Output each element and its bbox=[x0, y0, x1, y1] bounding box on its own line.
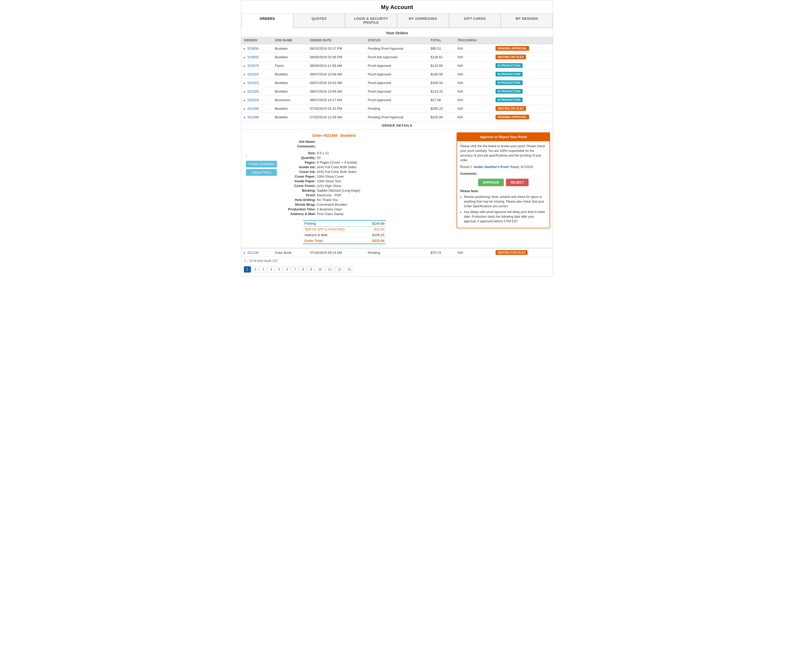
order-status: Pending bbox=[365, 104, 428, 113]
order-tracking: N/A bbox=[455, 113, 493, 122]
job-name: Flyers bbox=[272, 61, 307, 70]
order-date: 08/07/2019 10:58 AM bbox=[307, 70, 365, 78]
approve-button[interactable]: APPROVE bbox=[478, 179, 504, 186]
please-note-label: Please Note: bbox=[460, 189, 546, 194]
address-mail-row: Address & Mail:First Class Stamp bbox=[282, 212, 386, 216]
page-button[interactable]: 13 bbox=[345, 266, 353, 272]
order-id[interactable]: ▸ 523320 bbox=[241, 87, 272, 96]
table-row: ▸ 523320 Booklets 08/07/2019 10:46 AM Pr… bbox=[241, 87, 553, 96]
order-total: $220.94 bbox=[428, 113, 455, 122]
order-tracking: N/A bbox=[455, 53, 493, 61]
order-link[interactable]: 521449 bbox=[248, 107, 259, 110]
status-badge: WAITING ON FILES bbox=[495, 54, 526, 59]
order-status: Pending bbox=[365, 248, 428, 257]
discount-label: *$30.00 OFF (LAUNCH30): bbox=[303, 227, 365, 232]
page-button[interactable]: 9 bbox=[308, 266, 315, 272]
page-button[interactable]: 10 bbox=[316, 266, 324, 272]
order-id[interactable]: ▸ 523323 bbox=[241, 78, 272, 87]
pagination: 12345678910111213 bbox=[241, 265, 553, 276]
tabs-nav: ORDERS QUOTES LOGIN & SECURITY PROFILE M… bbox=[241, 13, 553, 28]
order-tracking: N/A bbox=[455, 70, 493, 78]
tab-my-addresses[interactable]: MY ADDRESSES bbox=[397, 13, 449, 27]
upload-files-button[interactable]: Upload File(s) bbox=[246, 169, 277, 176]
order-details-body: | Product Questions Upload File(s) Order… bbox=[241, 130, 553, 248]
proof-link[interactable]: Amber Gauthier's Proof bbox=[473, 165, 508, 169]
page-button[interactable]: 7 bbox=[292, 266, 299, 272]
table-row: ▸ 523656 Booklets 08/10/2019 03:37 PM Pe… bbox=[241, 44, 553, 53]
pagination-info: 1 – 10 of total result 122 bbox=[241, 257, 553, 265]
order-total: $70.74 bbox=[428, 248, 455, 257]
order-specs: Order #521448 - Booklets Job Name: Comme… bbox=[282, 133, 386, 244]
printing-label: Printing: bbox=[303, 221, 365, 227]
order-id[interactable]: ▸ 523324 bbox=[241, 70, 272, 78]
page-button[interactable]: 1 bbox=[244, 266, 251, 272]
job-name: Booklets bbox=[272, 113, 307, 122]
tab-login-security[interactable]: LOGIN & SECURITY PROFILE bbox=[345, 13, 397, 27]
page-button[interactable]: 4 bbox=[268, 266, 275, 272]
order-id[interactable]: ▸ 523579 bbox=[241, 61, 272, 70]
status-badge: IN PRODUCTION bbox=[495, 89, 522, 94]
page-button[interactable]: 12 bbox=[335, 266, 344, 272]
expand-arrow: ▸ bbox=[244, 64, 245, 67]
order-id[interactable]: ▸ 521449 bbox=[241, 104, 272, 113]
order-link[interactable]: 523656 bbox=[248, 46, 259, 50]
order-details-title: ORDER DETAILS bbox=[241, 122, 553, 130]
order-badge: WAITING ON FILES bbox=[493, 53, 553, 61]
order-badge: PENDING APPROVAL bbox=[493, 44, 553, 53]
inside-ink-row: Inside Ink:(4/4) Full Color Both Sides bbox=[282, 165, 386, 169]
cover-ink-row: Cover Ink:(4/4) Full Color Both Sides bbox=[282, 170, 386, 174]
order-status: Proof Approved bbox=[365, 61, 428, 70]
orders-table: ORDER# JOB NAME ORDER DATE STATUS TOTAL … bbox=[241, 37, 553, 257]
cover-paper-row: Cover Paper:100# Gloss Cover bbox=[282, 174, 386, 178]
job-name: Booklets bbox=[272, 104, 307, 113]
tab-gift-cards[interactable]: GIFT CARDS bbox=[449, 13, 501, 27]
order-badge: WAITING FOR FILES bbox=[493, 248, 553, 257]
job-name: Booklets bbox=[272, 44, 307, 53]
order-details-left: | Product Questions Upload File(s) Order… bbox=[241, 130, 454, 248]
order-link[interactable]: 523579 bbox=[248, 64, 259, 67]
order-link[interactable]: 521190 bbox=[248, 251, 259, 254]
order-id[interactable]: ▸ 523656 bbox=[241, 44, 272, 53]
order-link[interactable]: 523324 bbox=[248, 72, 259, 76]
approve-reject-buttons: APPROVE REJECT bbox=[460, 179, 546, 186]
inside-paper-row: Inside Paper:100# Gloss Text bbox=[282, 179, 386, 183]
order-status: Pending Proof Approval bbox=[365, 113, 428, 122]
order-status: Proof Not Approved bbox=[365, 53, 428, 61]
proof-row: Proof:Electronic - PDF bbox=[282, 193, 386, 197]
left-panel: | Product Questions Upload File(s) Order… bbox=[244, 133, 449, 244]
expand-arrow: ▸ bbox=[244, 107, 245, 110]
order-link[interactable]: 523593 bbox=[248, 55, 259, 59]
order-link[interactable]: 523323 bbox=[248, 81, 259, 85]
job-name: Booklets bbox=[272, 53, 307, 61]
status-badge: WAITING ON FILES bbox=[495, 106, 526, 111]
job-name: Booklets bbox=[272, 78, 307, 87]
order-date: 08/10/2019 03:37 PM bbox=[307, 44, 365, 53]
tab-orders[interactable]: ORDERS bbox=[241, 13, 293, 28]
order-link[interactable]: 523320 bbox=[248, 90, 259, 93]
product-questions-button[interactable]: Product Questions bbox=[246, 161, 277, 168]
approve-box-title: Approve or Reject Your Proof bbox=[457, 133, 550, 141]
order-id[interactable]: ▾ 521448 bbox=[241, 113, 272, 122]
note-item: Any delays with proof approval will dela… bbox=[464, 210, 546, 224]
order-total: $160.50 bbox=[428, 78, 455, 87]
pricing-table: Printing: $144.69 *$30.00 OFF (LAUNCH30)… bbox=[303, 220, 386, 244]
order-id[interactable]: ▸ 523318 bbox=[241, 96, 272, 104]
expand-arrow: ▾ bbox=[244, 116, 245, 119]
order-link[interactable]: 523318 bbox=[248, 98, 259, 102]
tab-my-designs[interactable]: MY DESIGNS bbox=[501, 13, 553, 27]
page-button[interactable]: 2 bbox=[252, 266, 259, 272]
left-panel-btns: | Product Questions Upload File(s) bbox=[244, 133, 277, 244]
order-id[interactable]: ▸ 523593 bbox=[241, 53, 272, 61]
tab-quotes[interactable]: QUOTES bbox=[293, 13, 345, 27]
order-details-row: ORDER DETAILS | Product Questions Upload… bbox=[241, 122, 553, 248]
order-tracking: N/A bbox=[455, 44, 493, 53]
order-link[interactable]: 521448 bbox=[248, 115, 259, 119]
page-button[interactable]: 3 bbox=[260, 266, 267, 272]
page-button[interactable]: 8 bbox=[300, 266, 307, 272]
order-id[interactable]: ▸ 521190 bbox=[241, 248, 272, 257]
page-button[interactable]: 11 bbox=[326, 266, 334, 272]
page-button[interactable]: 5 bbox=[276, 266, 283, 272]
page-button[interactable]: 6 bbox=[284, 266, 291, 272]
reject-button[interactable]: REJECT bbox=[506, 179, 529, 186]
ready-date: 8/7/2019 bbox=[521, 165, 533, 169]
